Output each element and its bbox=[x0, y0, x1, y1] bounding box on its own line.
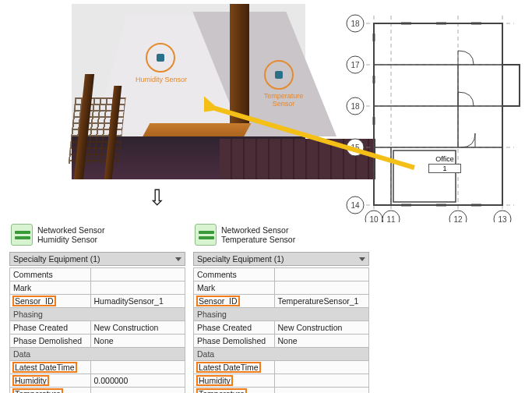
prop-val[interactable] bbox=[274, 361, 369, 374]
prop-val[interactable] bbox=[90, 361, 185, 374]
sensor-family-icon bbox=[11, 224, 33, 246]
properties-panel-humidity: Networked Sensor Humidity Sensor Special… bbox=[9, 221, 185, 393]
prop-key: Latest DateTime bbox=[10, 361, 91, 374]
prop-key: Sensor_ID bbox=[10, 295, 91, 308]
svg-text:15: 15 bbox=[351, 143, 360, 152]
prop-key: Comments bbox=[194, 268, 275, 281]
prop-key: Mark bbox=[194, 281, 275, 295]
prop-val[interactable] bbox=[90, 281, 185, 295]
prop-key: Humidity bbox=[10, 374, 91, 388]
down-arrow-icon: ⇩ bbox=[148, 185, 166, 211]
svg-text:14: 14 bbox=[351, 201, 360, 210]
prop-key: Phase Demolished bbox=[10, 335, 91, 348]
chevron-down-icon bbox=[175, 257, 181, 261]
prop-key: Phase Created bbox=[194, 321, 275, 335]
svg-text:18: 18 bbox=[351, 102, 360, 111]
prop-val[interactable]: New Construction bbox=[90, 321, 185, 335]
chevron-down-icon bbox=[359, 257, 365, 261]
prop-val[interactable] bbox=[274, 388, 369, 394]
prop-key: Phase Demolished bbox=[194, 335, 275, 348]
prop-val[interactable]: HumaditySensor_1 bbox=[90, 295, 185, 308]
panel-family: Networked Sensor bbox=[37, 225, 104, 235]
prop-val[interactable] bbox=[274, 374, 369, 388]
floor-plan: 18 17 18 15 14 10 11 12 13 bbox=[327, 4, 526, 222]
section-header: Phasing bbox=[10, 308, 185, 321]
property-table: Comments Mark Sensor_ID TemperatureSenso… bbox=[193, 267, 369, 393]
room-tag-number: 1 bbox=[428, 164, 461, 173]
properties-panel-temperature: Networked Sensor Temperature Sensor Spec… bbox=[193, 221, 369, 393]
prop-key: Latest DateTime bbox=[194, 361, 275, 374]
room-3d-view: Humidity Sensor Temperature Sensor bbox=[72, 4, 305, 179]
svg-rect-10 bbox=[502, 65, 520, 106]
door bbox=[230, 4, 249, 125]
panel-type: Humidity Sensor bbox=[37, 235, 104, 244]
room-tag-label: Office bbox=[428, 155, 461, 163]
prop-val[interactable]: TemperatureSensor_1 bbox=[274, 295, 369, 308]
svg-text:12: 12 bbox=[453, 215, 463, 222]
svg-text:11: 11 bbox=[386, 215, 396, 222]
section-header: Data bbox=[194, 348, 369, 361]
prop-key: Phase Created bbox=[10, 321, 91, 335]
prop-val[interactable] bbox=[274, 281, 369, 295]
prop-val[interactable] bbox=[274, 268, 369, 281]
humidity-sensor-callout bbox=[146, 43, 175, 73]
category-selector-label: Specialty Equipment (1) bbox=[197, 254, 284, 264]
svg-text:13: 13 bbox=[498, 215, 507, 222]
prop-val[interactable] bbox=[90, 268, 185, 281]
temperature-sensor-callout bbox=[264, 60, 294, 90]
prop-val[interactable]: None bbox=[274, 335, 369, 348]
svg-text:10: 10 bbox=[369, 215, 379, 222]
temperature-sensor-label: Temperature Sensor bbox=[252, 92, 315, 108]
section-header: Data bbox=[10, 348, 185, 361]
category-selector-label: Specialty Equipment (1) bbox=[13, 254, 100, 264]
category-selector[interactable]: Specialty Equipment (1) bbox=[9, 252, 185, 266]
sensor-family-icon bbox=[195, 224, 217, 246]
prop-key: Humidity bbox=[194, 374, 275, 388]
category-selector[interactable]: Specialty Equipment (1) bbox=[193, 252, 369, 266]
prop-key: Temperature bbox=[10, 388, 91, 394]
room-tag: Office 1 bbox=[428, 155, 461, 173]
humidity-sensor-label: Humidity Sensor bbox=[130, 76, 192, 83]
prop-key: Comments bbox=[10, 268, 91, 281]
prop-val[interactable] bbox=[90, 388, 185, 394]
prop-val[interactable]: New Construction bbox=[274, 321, 369, 335]
panel-family: Networked Sensor bbox=[221, 225, 295, 235]
section-header: Phasing bbox=[194, 308, 369, 321]
property-table: Comments Mark Sensor_ID HumaditySensor_1… bbox=[9, 267, 185, 393]
prop-val[interactable]: 0.000000 bbox=[90, 374, 185, 388]
prop-key: Temperature bbox=[194, 388, 275, 394]
svg-text:17: 17 bbox=[351, 61, 360, 69]
prop-key: Sensor_ID bbox=[194, 295, 275, 308]
prop-key: Mark bbox=[10, 281, 91, 295]
prop-val[interactable]: None bbox=[90, 335, 185, 348]
svg-text:18: 18 bbox=[351, 19, 360, 28]
panel-type: Temperature Sensor bbox=[221, 235, 295, 244]
